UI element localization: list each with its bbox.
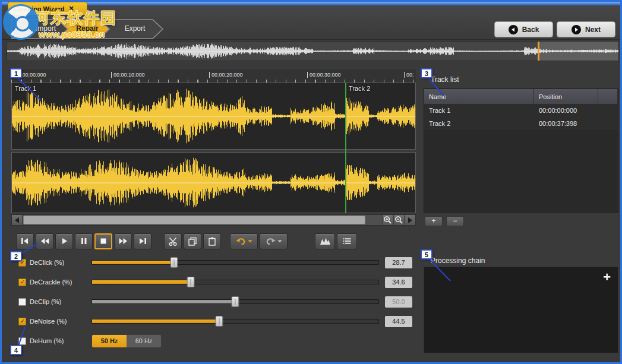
undo-icon bbox=[236, 237, 246, 245]
track-boundary-marker[interactable] bbox=[345, 83, 346, 213]
dehum-50hz-button[interactable]: 50 Hz bbox=[92, 335, 127, 347]
dehum-frequency-toggle: 50 Hz 60 Hz bbox=[91, 334, 162, 348]
denoise-slider-track[interactable] bbox=[91, 319, 379, 324]
zoom-out-button[interactable] bbox=[393, 215, 404, 225]
zoom-in-button[interactable] bbox=[382, 215, 393, 225]
add-track-button[interactable]: + bbox=[425, 216, 443, 226]
remove-track-button[interactable]: − bbox=[446, 216, 464, 226]
pause-icon bbox=[80, 237, 88, 245]
tab-cleaning-wizard[interactable]: Cleaning Wizard ✕ bbox=[8, 2, 87, 15]
redo-dropdown-icon[interactable] bbox=[277, 240, 282, 243]
declip-checkbox[interactable] bbox=[18, 298, 26, 306]
declip-value: 50.0 bbox=[385, 296, 412, 308]
overview-playhead-marker[interactable] bbox=[538, 42, 539, 61]
waveform-channel-left[interactable] bbox=[11, 83, 416, 150]
waveform-channel-right[interactable] bbox=[11, 152, 416, 213]
track-list-table: Name Position Track 1 00:00:00:000 Track… bbox=[424, 88, 618, 213]
play-button[interactable] bbox=[55, 233, 73, 249]
waveform-peaks-icon bbox=[320, 237, 331, 245]
processing-chain-panel[interactable]: + bbox=[424, 267, 618, 353]
waveform-canvas-right[interactable] bbox=[12, 153, 415, 213]
denoise-slider-handle[interactable] bbox=[216, 316, 223, 327]
rewind-icon bbox=[40, 237, 50, 245]
decrackle-slider-handle[interactable] bbox=[187, 277, 195, 287]
decrackle-value: 34.6 bbox=[385, 277, 412, 288]
skip-end-icon bbox=[138, 237, 147, 245]
copy-button[interactable] bbox=[184, 233, 201, 249]
denoise-label: DeNoise (%) bbox=[30, 318, 91, 325]
overview-waveform-canvas[interactable] bbox=[7, 42, 618, 61]
table-row-track1[interactable]: Track 1 00:00:00:000 bbox=[424, 104, 618, 117]
waveform-editor: 00:00:00:000 00:00:10:000 00:00:20:000 0… bbox=[11, 69, 416, 213]
decrackle-checkbox[interactable] bbox=[18, 278, 26, 286]
denoise-slider[interactable] bbox=[91, 314, 379, 328]
pause-button[interactable] bbox=[75, 233, 93, 249]
track2-position-cell: 00:00:37:398 bbox=[534, 117, 598, 130]
peaks-view-button[interactable] bbox=[315, 233, 335, 249]
callout-4: 4 bbox=[10, 345, 22, 355]
waveform-canvas-left[interactable] bbox=[12, 83, 415, 149]
declip-label: DeClip (%) bbox=[30, 298, 91, 305]
tab-close-icon[interactable]: ✕ bbox=[68, 5, 74, 12]
skip-start-icon bbox=[20, 237, 30, 245]
ruler-label-3: 00:00:30:000 bbox=[307, 72, 341, 78]
declick-slider-track[interactable] bbox=[91, 260, 379, 265]
declick-label: DeClick (%) bbox=[30, 259, 91, 266]
callout-1: 1 bbox=[10, 68, 22, 78]
column-header-position[interactable]: Position bbox=[534, 89, 598, 104]
scroll-left-button[interactable] bbox=[12, 215, 23, 225]
horizontal-scrollbar[interactable] bbox=[11, 214, 416, 226]
dehum-60hz-button[interactable]: 60 Hz bbox=[127, 335, 161, 347]
scrollbar-thumb[interactable] bbox=[23, 216, 365, 224]
track2-name-cell: Track 2 bbox=[424, 117, 534, 130]
list-icon bbox=[342, 237, 352, 245]
skip-end-button[interactable] bbox=[134, 233, 151, 249]
next-arrow-icon bbox=[572, 25, 581, 34]
denoise-checkbox[interactable] bbox=[18, 318, 26, 325]
skip-start-button[interactable] bbox=[16, 233, 34, 249]
undo-button[interactable] bbox=[230, 233, 258, 249]
timeline-ruler[interactable]: 00:00:00:000 00:00:10:000 00:00:20:000 0… bbox=[11, 69, 416, 83]
scroll-right-button[interactable] bbox=[405, 215, 415, 225]
back-arrow-icon bbox=[509, 25, 518, 34]
table-row-track2[interactable]: Track 2 00:00:37:398 bbox=[424, 117, 618, 130]
effect-row-denoise: DeNoise (%) 44.5 bbox=[11, 314, 416, 328]
overview-waveform[interactable] bbox=[7, 41, 619, 61]
scroll-right-icon bbox=[408, 217, 412, 223]
add-processor-button[interactable]: + bbox=[603, 270, 611, 285]
redo-button[interactable] bbox=[260, 233, 288, 249]
processing-chain-title: Processing chain bbox=[431, 257, 485, 265]
redo-icon bbox=[266, 237, 276, 245]
stop-button[interactable] bbox=[94, 233, 112, 249]
undo-dropdown-icon[interactable] bbox=[248, 240, 252, 243]
paste-icon bbox=[207, 237, 217, 246]
scissors-icon bbox=[168, 237, 178, 246]
column-header-name[interactable]: Name bbox=[424, 89, 534, 104]
next-button-label: Next bbox=[585, 26, 601, 34]
effect-row-declick: DeClick (%) 28.7 bbox=[11, 255, 416, 270]
decrackle-label: DeCrackle (%) bbox=[30, 278, 91, 286]
declick-slider-handle[interactable] bbox=[170, 257, 178, 268]
list-view-button[interactable] bbox=[337, 233, 357, 249]
track2-label: Track 2 bbox=[349, 85, 370, 92]
copy-icon bbox=[188, 237, 197, 246]
dehum-checkbox[interactable] bbox=[18, 337, 26, 345]
decrackle-slider[interactable] bbox=[91, 275, 379, 289]
paste-button[interactable] bbox=[203, 233, 221, 249]
decrackle-slider-track[interactable] bbox=[91, 280, 379, 284]
declip-slider[interactable] bbox=[91, 295, 379, 309]
declip-slider-handle[interactable] bbox=[232, 296, 239, 307]
rewind-button[interactable] bbox=[36, 233, 53, 249]
fast-forward-icon bbox=[118, 237, 128, 245]
callout-3: 3 bbox=[421, 68, 432, 78]
cut-button[interactable] bbox=[164, 233, 182, 249]
next-button[interactable]: Next bbox=[557, 21, 615, 37]
track-list-title: Track list bbox=[431, 75, 459, 84]
back-button[interactable]: Back bbox=[494, 21, 553, 37]
stop-icon bbox=[99, 237, 108, 245]
declick-slider[interactable] bbox=[91, 255, 379, 270]
scroll-left-icon bbox=[15, 217, 19, 223]
fast-forward-button[interactable] bbox=[114, 233, 132, 249]
track1-label: Track 1 bbox=[15, 85, 36, 92]
wizard-steps-shapes bbox=[11, 18, 167, 40]
